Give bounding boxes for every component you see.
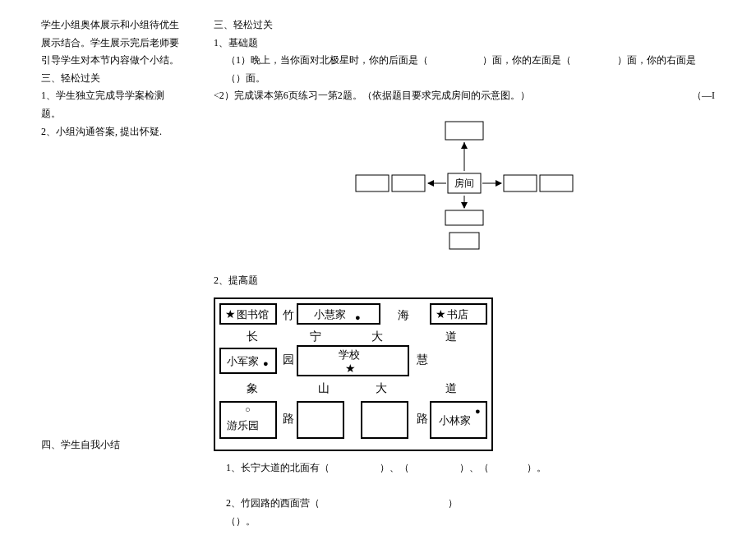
left-section3-title: 三、轻松过关 (41, 70, 181, 88)
q2-title: 2、提高题 (214, 272, 715, 290)
svg-rect-28 (297, 402, 343, 438)
map-chang: 长 (247, 330, 258, 343)
map-lu1: 路 (283, 413, 294, 425)
q2-2: 2、竹园路的西面营（ ） (214, 495, 715, 513)
svg-rect-0 (445, 122, 483, 140)
map-xiang: 象 (247, 382, 258, 394)
svg-rect-29 (362, 402, 408, 438)
map-hai: 海 (398, 309, 409, 321)
svg-rect-4 (504, 175, 537, 191)
svg-text:●: ● (263, 358, 269, 368)
svg-text:★: ★ (345, 362, 356, 375)
map-amusement: 游乐园 (227, 419, 259, 431)
svg-text:●: ● (355, 312, 361, 322)
left-section3-item1: 1、学生独立完成导学案检测题。 (41, 87, 181, 122)
svg-rect-7 (449, 233, 479, 249)
map-xiaojun: 小军家 (227, 355, 259, 367)
map-da1: 大 (371, 330, 383, 343)
map-yuan: 园 (283, 353, 294, 366)
map-xiaolin: 小林家 (439, 414, 471, 427)
map-dao1: 道 (445, 330, 457, 343)
map-dao2: 道 (445, 382, 457, 394)
q1-2-text: <2）完成课本第6页练习一第2题。（依据题目要求完成房间的示意图。） （—I (214, 87, 715, 105)
left-paragraph: 学生小组奥体展示和小组待优生展示结合。学生展示完后老师要引导学生对本节内容做个小… (41, 16, 181, 70)
room-label-text: 房间 (454, 178, 474, 189)
svg-rect-5 (540, 175, 573, 191)
right-section3-title: 三、轻松过关 (214, 16, 715, 35)
map-hui: 慧 (416, 353, 428, 366)
left-section3-item2: 2、小组沟通答案, 提出怀疑. (41, 123, 181, 141)
map-da2: 大 (376, 382, 387, 394)
svg-marker-9 (461, 142, 468, 149)
svg-rect-2 (392, 175, 425, 191)
map-bookstore: 书店 (447, 308, 468, 321)
svg-text:●: ● (475, 406, 481, 416)
map-lu2: 路 (417, 413, 428, 425)
map-zhu: 竹 (283, 309, 294, 321)
map-shan: 山 (318, 382, 330, 394)
map-diagram: ★ 图书馆 小慧家 ● ★ 书店 竹 海 长 宁 大 道 小军家 ● 学校 ★ … (214, 297, 493, 451)
svg-text:★: ★ (225, 308, 236, 321)
svg-rect-1 (356, 175, 389, 191)
svg-marker-11 (461, 202, 468, 209)
q1-title: 1、基础题 (214, 35, 715, 53)
svg-marker-15 (496, 180, 502, 187)
svg-rect-6 (445, 210, 483, 225)
left-section4-title: 四、学生自我小结 (41, 436, 181, 454)
map-library: 图书馆 (237, 308, 269, 321)
room-diagram: 房间 (333, 118, 596, 260)
map-school: 学校 (339, 348, 360, 361)
left-column: 学生小组奥体展示和小组待优生展示结合。学生展示完后老师要引导学生对本节内容做个小… (41, 16, 181, 519)
svg-text:★: ★ (436, 308, 446, 321)
svg-marker-13 (427, 180, 434, 187)
map-xiaohui: 小慧家 (314, 308, 346, 321)
map-ning: 宁 (310, 330, 321, 343)
svg-text:○: ○ (245, 404, 251, 414)
q2-1: 1、长宁大道的北面有（ ）、（ ）、（ ）。 (214, 459, 715, 477)
bottom-text: （）。 (214, 513, 715, 531)
q1-text: （1）晚上，当你面对北极星时，你的后面是（ ）面，你的左面是（ ）面，你的右面是… (214, 52, 715, 87)
right-column: 三、轻松过关 1、基础题 （1）晚上，当你面对北极星时，你的后面是（ ）面，你的… (214, 16, 715, 519)
